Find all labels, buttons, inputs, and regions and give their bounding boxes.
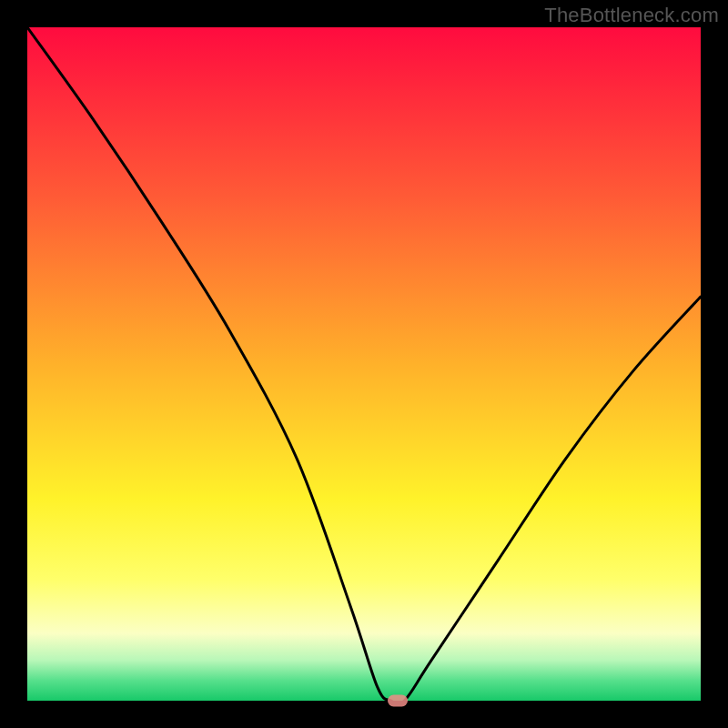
chart-frame: TheBottleneck.com xyxy=(0,0,728,728)
optimum-marker xyxy=(388,695,408,707)
plot-area xyxy=(27,27,701,701)
chart-svg xyxy=(27,27,701,701)
gradient-rect xyxy=(27,27,701,701)
watermark-text: TheBottleneck.com xyxy=(544,4,719,27)
